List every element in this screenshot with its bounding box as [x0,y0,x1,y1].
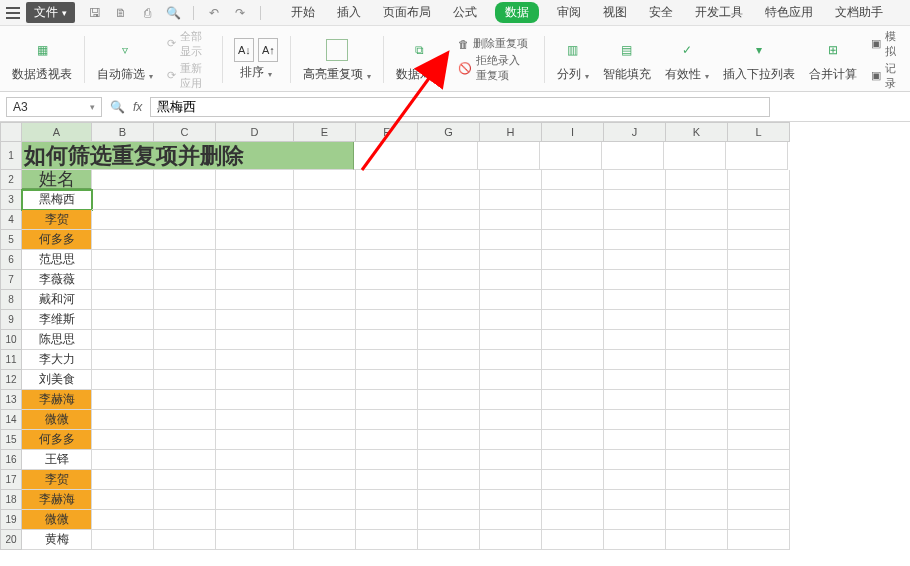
cell-L8[interactable] [728,290,790,310]
cell-K15[interactable] [666,430,728,450]
cell-L11[interactable] [728,350,790,370]
cell-A4[interactable]: 李贺 [22,210,92,230]
cell-K2[interactable] [666,170,728,190]
cell-D15[interactable] [216,430,294,450]
cell-H3[interactable] [480,190,542,210]
cell-G2[interactable] [418,170,480,190]
cell-L17[interactable] [728,470,790,490]
cell-D5[interactable] [216,230,294,250]
cell-I19[interactable] [542,510,604,530]
cell-G3[interactable] [418,190,480,210]
cell-K1[interactable] [664,142,726,170]
tab-文档助手[interactable]: 文档助手 [831,2,887,23]
cell-K16[interactable] [666,450,728,470]
row-header-7[interactable]: 7 [0,270,22,290]
cell-C11[interactable] [154,350,216,370]
cell-B4[interactable] [92,210,154,230]
print-icon[interactable]: ⎙ [139,5,155,21]
cell-L4[interactable] [728,210,790,230]
cell-C9[interactable] [154,310,216,330]
cell-K12[interactable] [666,370,728,390]
cell-D4[interactable] [216,210,294,230]
cell-K6[interactable] [666,250,728,270]
cell-D11[interactable] [216,350,294,370]
cell-A3[interactable]: 黑梅西 [22,190,92,210]
cell-I4[interactable] [542,210,604,230]
cell-C3[interactable] [154,190,216,210]
redo-icon[interactable]: ↷ [232,5,248,21]
cell-B8[interactable] [92,290,154,310]
highlight-dup-button[interactable]: 高亮重复项 [297,32,377,87]
col-header-D[interactable]: D [216,122,294,142]
cell-K4[interactable] [666,210,728,230]
cell-G19[interactable] [418,510,480,530]
cell-C14[interactable] [154,410,216,430]
cell-G18[interactable] [418,490,480,510]
cell-J16[interactable] [604,450,666,470]
col-header-G[interactable]: G [418,122,480,142]
cell-A13[interactable]: 李赫海 [22,390,92,410]
cell-F20[interactable] [356,530,418,550]
cell-H12[interactable] [480,370,542,390]
cell-H2[interactable] [480,170,542,190]
row-header-14[interactable]: 14 [0,410,22,430]
cell-C7[interactable] [154,270,216,290]
row-header-5[interactable]: 5 [0,230,22,250]
cell-A9[interactable]: 李维斯 [22,310,92,330]
cell-L12[interactable] [728,370,790,390]
cell-B13[interactable] [92,390,154,410]
tab-数据[interactable]: 数据 [495,2,539,23]
filter-button[interactable]: ▿ 自动筛选 [91,32,159,87]
cell-E6[interactable] [294,250,356,270]
cell-B12[interactable] [92,370,154,390]
fx-icon[interactable]: fx [133,100,142,114]
cell-D3[interactable] [216,190,294,210]
cell-J14[interactable] [604,410,666,430]
reject-dup-button[interactable]: 🚫 拒绝录入重复项 [458,53,532,83]
cell-L2[interactable] [728,170,790,190]
col-header-C[interactable]: C [154,122,216,142]
smart-fill-button[interactable]: ▤ 智能填充 [597,32,657,87]
cell-H19[interactable] [480,510,542,530]
cell-I18[interactable] [542,490,604,510]
cell-A14[interactable]: 微微 [22,410,92,430]
cell-L15[interactable] [728,430,790,450]
cell-D10[interactable] [216,330,294,350]
cell-A17[interactable]: 李贺 [22,470,92,490]
cell-H8[interactable] [480,290,542,310]
cell-D8[interactable] [216,290,294,310]
cell-C15[interactable] [154,430,216,450]
cell-F16[interactable] [356,450,418,470]
cell-E13[interactable] [294,390,356,410]
cell-D9[interactable] [216,310,294,330]
cell-C19[interactable] [154,510,216,530]
cell-K13[interactable] [666,390,728,410]
cell-J17[interactable] [604,470,666,490]
cell-F1[interactable] [354,142,416,170]
cell-H11[interactable] [480,350,542,370]
cell-F5[interactable] [356,230,418,250]
cell-D2[interactable] [216,170,294,190]
cell-G1[interactable] [416,142,478,170]
cell-F19[interactable] [356,510,418,530]
col-header-J[interactable]: J [604,122,666,142]
cell-E8[interactable] [294,290,356,310]
cell-B14[interactable] [92,410,154,430]
cell-B15[interactable] [92,430,154,450]
cell-D20[interactable] [216,530,294,550]
cell-G6[interactable] [418,250,480,270]
cell-L3[interactable] [728,190,790,210]
cell-I6[interactable] [542,250,604,270]
cell-F11[interactable] [356,350,418,370]
cell-F14[interactable] [356,410,418,430]
cell-D14[interactable] [216,410,294,430]
cell-K11[interactable] [666,350,728,370]
row-header-20[interactable]: 20 [0,530,22,550]
save-as-icon[interactable]: 🗎 [113,5,129,21]
cell-D16[interactable] [216,450,294,470]
cell-E7[interactable] [294,270,356,290]
tab-开始[interactable]: 开始 [287,2,319,23]
cell-G10[interactable] [418,330,480,350]
row-header-17[interactable]: 17 [0,470,22,490]
cell-J8[interactable] [604,290,666,310]
